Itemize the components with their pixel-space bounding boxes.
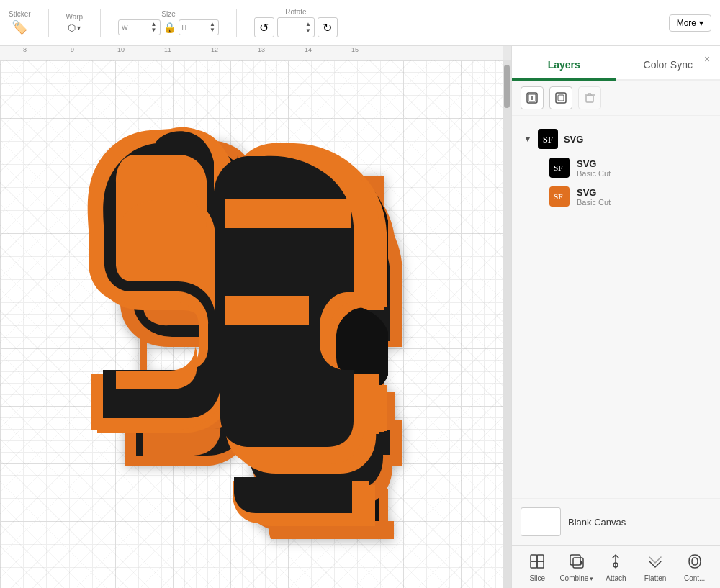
panel-toolbar: [512, 81, 720, 116]
blank-canvas-preview: [521, 507, 561, 536]
attach-icon: [606, 551, 626, 571]
contour-action[interactable]: Cont...: [678, 551, 712, 582]
delete-icon: [584, 92, 595, 104]
bottom-action-bar: Slice Combine ▾: [512, 545, 720, 588]
blank-canvas-item[interactable]: Blank Canvas: [521, 507, 711, 536]
layer-item-info-1: SVG Basic Cut: [577, 158, 611, 178]
right-panel: Layers Color Sync ×: [511, 46, 720, 588]
separator-1: [48, 9, 49, 37]
panel-tabs: Layers Color Sync ×: [512, 46, 720, 81]
rotate-group: Rotate ↺ ▲ ▼ ↻: [254, 8, 338, 37]
contour-icon: [685, 551, 705, 571]
list-item[interactable]: SF SVG Basic Cut: [546, 153, 711, 182]
contour-label: Cont...: [684, 574, 705, 582]
blank-canvas-label: Blank Canvas: [568, 517, 626, 528]
svg-rect-9: [556, 93, 566, 103]
svg-rect-22: [537, 561, 544, 568]
add-icon: [526, 92, 538, 104]
layer-item-name-2: SVG: [577, 187, 611, 198]
layer-item-type-2: Basic Cut: [577, 198, 611, 207]
scrollbar-thumb[interactable]: [504, 65, 510, 108]
slice-label: Slice: [529, 574, 545, 582]
ruler-mark-14: 14: [305, 46, 312, 53]
ruler-mark-12: 12: [211, 46, 218, 53]
layer-group-svg: ▼ SF SVG SF: [512, 122, 720, 214]
sf-logo-container[interactable]: [86, 107, 417, 542]
canvas-area[interactable]: 8 9 10 11 12 13 14 15: [0, 46, 511, 588]
svg-rect-19: [531, 555, 537, 561]
layer-group-header[interactable]: ▼ SF SVG: [521, 125, 711, 153]
layer-items: SF SVG Basic Cut SF: [521, 153, 711, 211]
layer-item-icon-black: SF: [549, 158, 570, 178]
layer-group-icon: SF: [538, 129, 558, 149]
ruler-mark-13: 13: [258, 46, 265, 53]
more-label: More: [677, 18, 696, 28]
lock-icon[interactable]: 🔒: [163, 22, 176, 33]
layer-item-type-1: Basic Cut: [577, 169, 611, 178]
height-input-group: H ▲ ▼: [179, 19, 219, 35]
sticker-group: Sticker 🏷️: [9, 10, 31, 35]
ruler-mark-9: 9: [71, 46, 74, 53]
warp-group: Warp ⬡ ▾: [66, 13, 84, 33]
combine-icon: [567, 551, 587, 571]
add-layer-button[interactable]: [521, 86, 544, 109]
flatten-action[interactable]: Flatten: [638, 551, 672, 582]
width-input[interactable]: [130, 23, 150, 32]
blank-canvas-section: Blank Canvas: [512, 498, 720, 545]
separator-3: [236, 9, 237, 37]
flatten-label: Flatten: [644, 574, 667, 582]
slice-action[interactable]: Slice: [520, 551, 554, 582]
more-button[interactable]: More ▾: [669, 14, 711, 32]
list-item[interactable]: SF SVG Basic Cut: [546, 182, 711, 211]
vertical-scrollbar[interactable]: [503, 60, 511, 588]
slice-icon: [527, 551, 547, 571]
svg-text:SF: SF: [554, 192, 563, 201]
size-group: Size W ▲ ▼ 🔒 H ▲ ▼: [118, 10, 219, 35]
layer-item-icon-orange: SF: [549, 186, 570, 207]
tab-layers[interactable]: Layers: [512, 50, 616, 79]
flatten-icon: [645, 551, 665, 571]
separator-2: [100, 9, 101, 37]
ruler-mark-8: 8: [23, 46, 27, 53]
size-label: Size: [161, 10, 175, 18]
combine-dropdown-icon[interactable]: ▾: [590, 575, 593, 582]
width-input-group: W ▲ ▼: [118, 19, 160, 35]
sticker-label: Sticker: [9, 10, 31, 18]
ruler-mark-10: 10: [117, 46, 125, 53]
layer-item-name-1: SVG: [577, 158, 611, 169]
svg-rect-23: [570, 555, 580, 565]
layer-item-info-2: SVG Basic Cut: [577, 187, 611, 207]
attach-action[interactable]: Attach: [598, 551, 633, 582]
rotate-cw-button[interactable]: ↻: [318, 17, 338, 37]
combine-label: Combine: [559, 574, 588, 582]
layer-group-name: SVG: [564, 134, 583, 145]
rotate-label: Rotate: [285, 8, 306, 16]
svg-rect-21: [531, 561, 537, 568]
main-content: 8 9 10 11 12 13 14 15: [0, 46, 720, 588]
attach-label: Attach: [606, 574, 626, 582]
rotate-input[interactable]: [281, 23, 304, 32]
more-dropdown-icon: ▾: [699, 18, 703, 28]
svg-rect-20: [537, 555, 544, 561]
ruler-mark-15: 15: [351, 46, 359, 53]
ruler-mark-11: 11: [164, 46, 171, 53]
group-layer-button[interactable]: [549, 86, 572, 109]
chevron-down-icon: ▼: [523, 134, 532, 144]
ruler-horizontal: 8 9 10 11 12 13 14 15: [0, 46, 503, 60]
delete-layer-button[interactable]: [578, 86, 601, 109]
sf-giants-final: [71, 93, 395, 553]
warp-label: Warp: [66, 13, 84, 21]
design-canvas[interactable]: [0, 60, 503, 588]
height-input[interactable]: [188, 23, 208, 32]
rotate-ccw-button[interactable]: ↺: [254, 17, 274, 37]
toolbar: Sticker 🏷️ Warp ⬡ ▾ Size W ▲ ▼ 🔒 H: [0, 0, 720, 46]
layers-list: ▼ SF SVG SF: [512, 116, 720, 498]
svg-rect-11: [586, 96, 593, 102]
svg-rect-10: [558, 95, 564, 101]
rotate-input-group: ▲ ▼: [277, 17, 315, 37]
svg-text:SF: SF: [543, 135, 553, 145]
panel-close-button[interactable]: ×: [700, 52, 714, 66]
svg-text:SF: SF: [554, 163, 563, 172]
combine-action[interactable]: Combine ▾: [559, 551, 594, 582]
group-icon: [555, 92, 567, 104]
